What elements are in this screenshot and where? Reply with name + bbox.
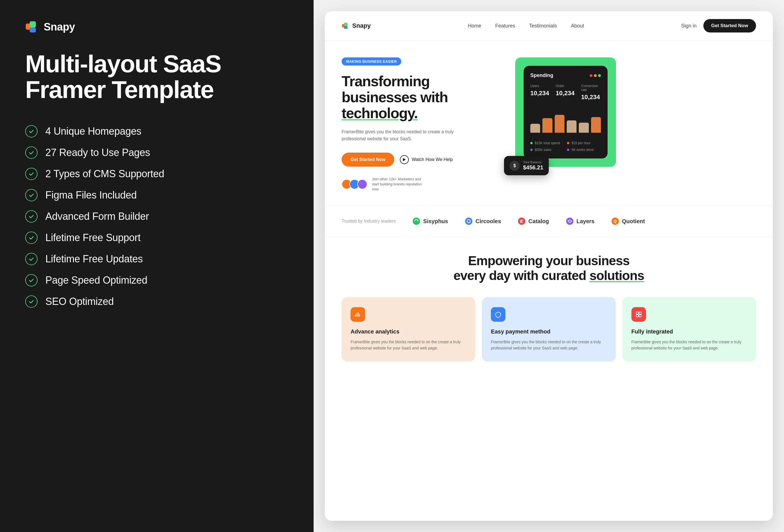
hero-content: MAKING BUSINESS EASIER Transforming busi… xyxy=(342,57,504,192)
list-item: Page Speed Optimized xyxy=(25,274,288,286)
stat-order-value: 10,234 xyxy=(556,90,576,97)
feature-card-analytics: Advance analytics FramerBite gives you t… xyxy=(342,297,475,362)
bar-5 xyxy=(579,123,589,133)
balance-dollar-icon: $ xyxy=(510,161,520,171)
social-proof: Join other 12k+ Marketers and start buil… xyxy=(342,177,504,192)
feature-text-2: 27 Ready to Use Pages xyxy=(45,147,150,159)
list-item: SEO Optimized xyxy=(25,296,288,308)
stat-conversion-label: Conversion rate xyxy=(581,84,601,92)
feature-text-7: Lifetime Free Updates xyxy=(45,253,143,265)
feature-text-1: 4 Unique Homepages xyxy=(45,125,141,137)
nav-links: Home Features Testimonials About xyxy=(468,23,584,29)
features-cards: Advance analytics FramerBite gives you t… xyxy=(342,297,756,362)
stat-order-label: Order xyxy=(556,84,576,88)
cta-primary-button[interactable]: Get Started Now xyxy=(342,152,394,167)
footer-dot-3 xyxy=(530,149,533,151)
svg-point-7 xyxy=(465,218,472,225)
integrated-icon xyxy=(632,307,646,322)
hero-title-line1: Transforming xyxy=(342,73,429,89)
feature-text-3: 2 Types of CMS Supported xyxy=(45,168,164,180)
stat-conversion: Conversion rate 10,234 xyxy=(581,84,601,101)
hero-description: FramerBite gives you the blocks needed t… xyxy=(342,128,459,142)
trusted-logo-catalog: Catalog xyxy=(518,217,549,225)
list-item: 4 Unique Homepages xyxy=(25,125,288,138)
brand-logo: Snapy xyxy=(25,20,288,34)
bar-4 xyxy=(567,120,577,133)
traffic-lights xyxy=(590,74,601,77)
social-text: Join other 12k+ Marketers and start buil… xyxy=(372,177,422,192)
left-panel: Snapy Multi-layout SaaS Framer Template … xyxy=(0,0,314,532)
hero-dashboard-wrapper: Spending Users 10,234 xyxy=(515,57,616,167)
dot-red xyxy=(590,74,592,77)
footer-stat-3-label: $35K sales xyxy=(535,148,551,152)
trusted-logo-circooles: Circooles xyxy=(465,217,501,225)
svg-text:Q: Q xyxy=(614,219,617,223)
bar-6 xyxy=(591,117,601,133)
list-item: Advanced Form Builder xyxy=(25,210,288,223)
check-icon-1 xyxy=(25,125,37,138)
nav-get-started-button[interactable]: Get Started Now xyxy=(703,19,756,32)
cta-secondary-button[interactable]: Watch How We Help xyxy=(400,155,453,164)
hero-badge: MAKING BUSINESS EASIER xyxy=(342,57,401,65)
svg-point-13 xyxy=(566,218,573,225)
hero-title-line2: businesses with xyxy=(342,89,448,105)
svg-rect-12 xyxy=(520,222,523,223)
footer-stat-2-label: $15 per hour xyxy=(571,141,590,145)
trusted-logo-layers: Layers xyxy=(566,217,595,225)
footer-stat-3: $35K sales xyxy=(530,148,564,152)
balance-info: Total Balance $456.21 xyxy=(523,161,543,171)
trusted-logo-quotient-name: Quotient xyxy=(622,218,645,225)
balance-badge: $ Total Balance $456.21 xyxy=(504,156,549,175)
nav-link-features[interactable]: Features xyxy=(495,23,515,29)
nav-link-home[interactable]: Home xyxy=(468,23,481,29)
features-list: 4 Unique Homepages 27 Ready to Use Pages… xyxy=(25,125,288,308)
nav-brand-name: Snapy xyxy=(352,22,371,29)
layers-icon xyxy=(566,217,574,225)
analytics-icon xyxy=(351,307,365,322)
footer-stat-2: $15 per hour xyxy=(567,141,601,145)
svg-rect-10 xyxy=(520,220,523,221)
feature-text-5: Advanced Form Builder xyxy=(45,211,149,222)
chart-bars xyxy=(530,108,601,136)
footer-dot-2 xyxy=(567,142,569,144)
circooles-icon xyxy=(465,217,473,225)
footer-stat-4: 5K works done xyxy=(567,148,601,152)
payment-card-desc: FramerBite gives you the blocks needed t… xyxy=(491,339,607,352)
nav-brand: Snapy xyxy=(342,22,371,30)
dot-green xyxy=(598,74,601,77)
stat-order: Order 10,234 xyxy=(556,84,576,101)
nav-logo-icon xyxy=(342,22,349,30)
analytics-card-title: Advance analytics xyxy=(351,329,466,335)
list-item: Lifetime Free Updates xyxy=(25,253,288,265)
list-item: Lifetime Free Support xyxy=(25,231,288,244)
balance-value: $456.21 xyxy=(523,164,543,171)
svg-rect-17 xyxy=(639,312,641,314)
spending-title: Spending xyxy=(530,73,553,78)
svg-rect-1 xyxy=(30,21,36,27)
bar-2 xyxy=(542,118,552,133)
section-title: Empowering your business every day with … xyxy=(342,253,756,283)
spending-header: Spending xyxy=(530,73,601,78)
hero-title-line3: technology. xyxy=(342,105,418,121)
svg-rect-18 xyxy=(636,315,638,317)
trusted-logo-sisyphus: Sisyphus xyxy=(413,217,448,225)
trusted-label: Trusted by Industry leaders xyxy=(342,219,396,224)
svg-rect-19 xyxy=(639,315,641,317)
check-icon-2 xyxy=(25,146,37,159)
check-icon-4 xyxy=(25,189,37,201)
trusted-logo-circooles-name: Circooles xyxy=(475,218,501,225)
payment-icon xyxy=(491,307,505,322)
spending-stats: Users 10,234 Order 10,234 Conversion rat… xyxy=(530,84,601,101)
bar-3 xyxy=(555,115,564,133)
nav-link-testimonials[interactable]: Testimonials xyxy=(529,23,557,29)
svg-rect-11 xyxy=(520,221,522,222)
integrated-card-desc: FramerBite gives you the blocks needed t… xyxy=(632,339,747,352)
nav-link-about[interactable]: About xyxy=(571,23,584,29)
svg-point-6 xyxy=(413,218,420,225)
feature-text-9: SEO Optimized xyxy=(45,296,114,307)
sign-in-button[interactable]: Sign in xyxy=(681,23,697,29)
svg-rect-2 xyxy=(30,27,36,32)
check-icon-3 xyxy=(25,168,37,180)
footer-dot-1 xyxy=(530,142,533,144)
analytics-card-desc: FramerBite gives you the blocks needed t… xyxy=(351,339,466,352)
